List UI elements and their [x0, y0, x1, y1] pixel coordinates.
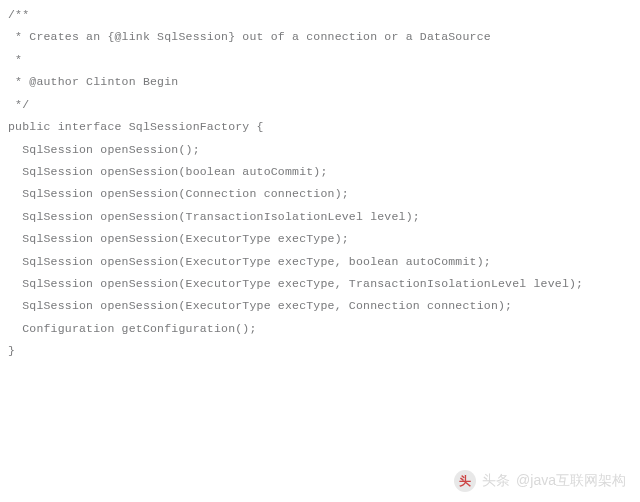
code-line: SqlSession openSession(TransactionIsolat…	[8, 206, 632, 228]
code-line: public interface SqlSessionFactory {	[8, 116, 632, 138]
attribution-prefix: 头条	[482, 472, 510, 490]
attribution-watermark: 头 头条 @java互联网架构	[454, 470, 626, 492]
code-line: SqlSession openSession(ExecutorType exec…	[8, 273, 632, 295]
code-line: */	[8, 94, 632, 116]
code-line: SqlSession openSession();	[8, 139, 632, 161]
code-line: * @author Clinton Begin	[8, 71, 632, 93]
attribution-handle: @java互联网架构	[516, 472, 626, 490]
code-line: Configuration getConfiguration();	[8, 318, 632, 340]
code-line: *	[8, 49, 632, 71]
code-line: /**	[8, 4, 632, 26]
code-line: * Creates an {@link SqlSession} out of a…	[8, 26, 632, 48]
code-line: SqlSession openSession(ExecutorType exec…	[8, 228, 632, 250]
toutiao-logo-icon: 头	[454, 470, 476, 492]
code-line: }	[8, 340, 632, 362]
code-line: SqlSession openSession(ExecutorType exec…	[8, 251, 632, 273]
code-line: SqlSession openSession(boolean autoCommi…	[8, 161, 632, 183]
code-line: SqlSession openSession(Connection connec…	[8, 183, 632, 205]
code-line: SqlSession openSession(ExecutorType exec…	[8, 295, 632, 317]
code-block: /** * Creates an {@link SqlSession} out …	[0, 0, 640, 367]
